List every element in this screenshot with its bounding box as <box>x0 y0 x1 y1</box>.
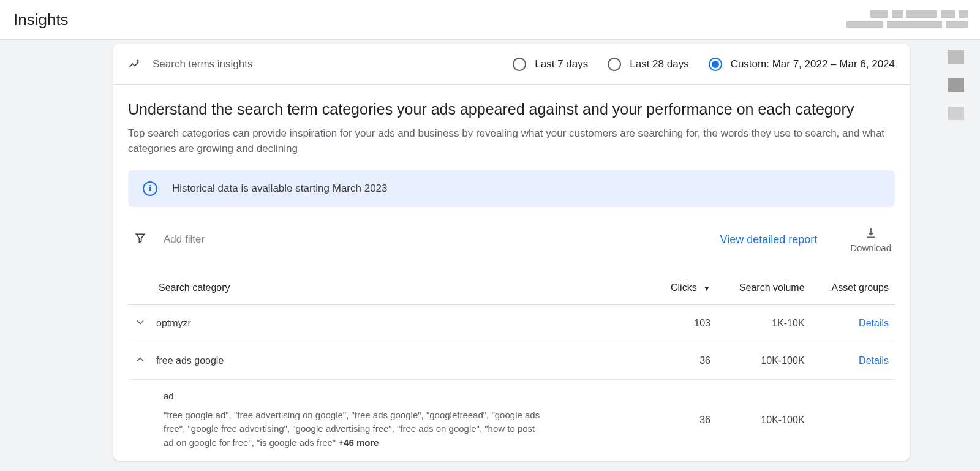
filter-row: Add filter View detailed report Download <box>128 219 895 260</box>
sort-desc-icon: ▼ <box>703 284 710 293</box>
subcategory-label: ad <box>164 391 635 401</box>
date-range-custom[interactable]: Custom: Mar 7, 2022 – Mar 6, 2024 <box>709 58 895 71</box>
chevron-up-icon[interactable] <box>134 353 146 368</box>
radio-icon <box>709 58 722 71</box>
trend-icon <box>128 58 140 70</box>
card-title: Search terms insights <box>153 58 500 70</box>
card-body: Understand the search term categories yo… <box>113 85 910 461</box>
filter-icon[interactable] <box>134 232 146 247</box>
radio-icon <box>513 58 526 71</box>
headline: Understand the search term categories yo… <box>128 99 895 119</box>
card-header: Search terms insights Last 7 days Last 2… <box>113 44 910 85</box>
chevron-down-icon[interactable] <box>134 316 146 331</box>
category-name: optmyzr <box>156 318 191 329</box>
download-label: Download <box>850 243 891 253</box>
date-range-group: Last 7 days Last 28 days Custom: Mar 7, … <box>513 58 895 71</box>
info-banner: i Historical data is available starting … <box>128 170 895 207</box>
radio-label: Custom: Mar 7, 2022 – Mar 6, 2024 <box>731 58 895 70</box>
info-icon: i <box>143 181 157 196</box>
col-clicks-label: Clicks <box>671 282 697 293</box>
radio-icon <box>608 58 621 71</box>
download-button[interactable]: Download <box>850 227 891 253</box>
svg-point-0 <box>137 60 138 61</box>
table-row: free ads google 36 10K-100K Details <box>128 342 895 379</box>
terms-list: "free google ad", "free advertising on g… <box>164 409 543 450</box>
right-rail-item[interactable] <box>948 107 964 120</box>
add-filter-button[interactable]: Add filter <box>164 233 703 246</box>
right-rail-item[interactable] <box>948 78 964 92</box>
more-count[interactable]: +46 more <box>338 437 379 448</box>
col-clicks[interactable]: Clicks ▼ <box>654 271 717 305</box>
right-rail-item[interactable] <box>948 50 964 64</box>
radio-label: Last 7 days <box>535 58 588 70</box>
expanded-clicks: 36 <box>654 379 717 461</box>
info-text: Historical data is available starting Ma… <box>172 183 388 195</box>
blurred-account-area <box>809 0 968 38</box>
table-row: optmyzr 103 1K-10K Details <box>128 304 895 342</box>
expanded-row: ad "free google ad", "free advertising o… <box>128 379 895 461</box>
details-link[interactable]: Details <box>859 318 889 328</box>
details-link[interactable]: Details <box>859 355 889 366</box>
date-range-last-7[interactable]: Last 7 days <box>513 58 588 71</box>
clicks-value: 103 <box>654 304 717 342</box>
volume-value: 1K-10K <box>717 304 811 342</box>
subheadline: Top search categories can provide inspir… <box>128 126 895 157</box>
col-search-volume[interactable]: Search volume <box>717 271 811 305</box>
download-icon <box>864 227 878 240</box>
date-range-last-28[interactable]: Last 28 days <box>608 58 688 71</box>
clicks-value: 36 <box>654 342 717 379</box>
insights-table: Search category Clicks ▼ Search volume A… <box>128 271 895 461</box>
right-rail <box>948 50 967 120</box>
volume-value: 10K-100K <box>717 342 811 379</box>
radio-label: Last 28 days <box>630 58 688 70</box>
col-asset-groups[interactable]: Asset groups <box>811 271 895 305</box>
view-detailed-report-link[interactable]: View detailed report <box>720 233 818 246</box>
expanded-volume: 10K-100K <box>717 379 811 461</box>
page-title: Insights <box>13 10 69 29</box>
insights-card: Search terms insights Last 7 days Last 2… <box>113 44 910 461</box>
category-name: free ads google <box>156 355 224 366</box>
col-search-category[interactable]: Search category <box>128 271 654 305</box>
